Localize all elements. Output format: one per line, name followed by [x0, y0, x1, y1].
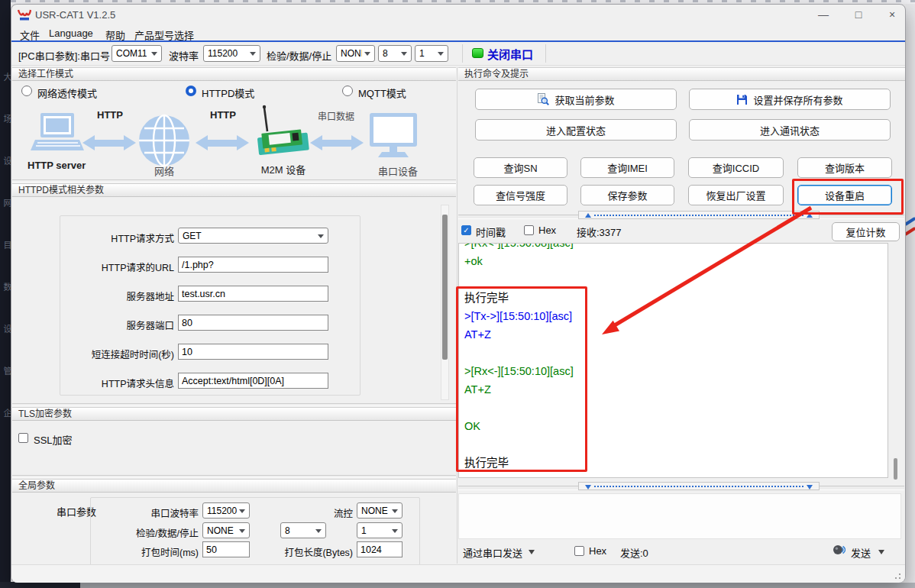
send-hex-checkbox[interactable] — [574, 546, 584, 556]
background-top-dashes — [11, 0, 915, 2]
stopbits-select[interactable]: 1 — [415, 45, 448, 62]
databits-select[interactable]: 8 — [378, 45, 412, 62]
send-button[interactable]: 发送 — [851, 545, 871, 560]
reset-counter-button[interactable]: 复位计数 — [832, 222, 900, 241]
send-input[interactable] — [458, 493, 901, 539]
monitor-icon — [370, 113, 417, 157]
tls-header: TLS加密参数 — [12, 407, 456, 421]
log-line: AT+Z — [464, 380, 888, 399]
chevron-down-icon — [318, 234, 324, 238]
radio-mqtt-mode[interactable] — [342, 86, 353, 96]
recv-counter: 接收:3377 — [577, 225, 622, 239]
enter-config-button[interactable]: 进入配置状态 — [475, 119, 677, 141]
log-line: 执行完毕 — [464, 454, 888, 472]
query-sn-button[interactable]: 查询SN — [474, 157, 567, 178]
set-save-params-button[interactable]: 设置并保存所有参数 — [689, 89, 891, 110]
g-databits-select[interactable]: 8 — [280, 522, 326, 538]
short-conn-timeout-label: 短连接超时时间(秒) — [31, 347, 174, 361]
device-reboot-button[interactable]: 设备重启 — [797, 185, 892, 205]
timestamp-checkbox-label[interactable]: 时间戳 — [476, 225, 506, 239]
pack-time-input[interactable] — [202, 541, 250, 557]
chevron-down-icon[interactable] — [878, 550, 884, 554]
http-method-label: HTTP请求方式 — [31, 231, 174, 245]
get-params-button[interactable]: 获取当前参数 — [475, 89, 677, 110]
menu-language[interactable]: Language — [49, 27, 93, 39]
radio-net-transparent[interactable] — [21, 86, 32, 96]
ssl-checkbox-label[interactable]: SSL加密 — [34, 432, 73, 447]
close-button[interactable]: × — [877, 5, 907, 24]
http-url-input[interactable] — [178, 257, 328, 273]
send-hex-checkbox-label[interactable]: Hex — [589, 545, 606, 557]
baud-label: 波特率 — [169, 48, 199, 63]
recv-hex-checkbox[interactable] — [524, 225, 534, 235]
http-header-input[interactable] — [178, 373, 328, 389]
factory-reset-button[interactable]: 恢复出厂设置 — [688, 185, 784, 205]
pack-time-label: 打包时间(ms) — [92, 544, 199, 559]
divider — [12, 403, 456, 406]
status-bar — [11, 564, 905, 583]
baud-select[interactable]: 115200 — [203, 45, 260, 62]
diagram-node-label: HTTP server — [27, 160, 84, 171]
log-scrollbar-thumb[interactable] — [894, 458, 897, 480]
ssl-checkbox[interactable] — [18, 433, 28, 443]
query-version-button[interactable]: 查询版本 — [797, 157, 892, 178]
parity-label: 检验/数据/停止 — [267, 48, 331, 63]
send-via-serial-dropdown[interactable]: 通过串口发送 — [463, 545, 522, 560]
splitter-handle-top[interactable] — [578, 211, 820, 219]
globe-icon — [139, 115, 189, 166]
query-imei-button[interactable]: 查询IMEI — [580, 157, 674, 178]
radio-mqtt-mode-label[interactable]: MQTT模式 — [358, 86, 406, 100]
g-stopbits-select[interactable]: 1 — [357, 522, 403, 538]
g-baud-select[interactable]: 115200 — [202, 502, 250, 519]
parity-select[interactable]: NONI — [336, 45, 375, 62]
com-port-select[interactable]: COM11 — [112, 45, 162, 62]
diagram-node-label: 串口设备 — [375, 163, 421, 178]
log-output[interactable]: >[Rx<-][15:50:08][asc]+ok执行完毕>[Tx->][15:… — [458, 243, 888, 478]
log-line: +ok — [464, 252, 888, 270]
g-parity-select[interactable]: NONE — [202, 522, 250, 538]
chevron-down-icon — [438, 52, 444, 56]
close-port-button[interactable]: 关闭串口 — [487, 46, 533, 62]
radio-httpd-mode[interactable] — [186, 86, 196, 96]
short-conn-timeout-input[interactable] — [178, 344, 328, 360]
arrow-icon — [82, 135, 136, 150]
pack-len-input[interactable] — [357, 541, 403, 557]
screen: 大场设网目数设管企 USR-CAT1 V1.2.5 — □ × 文件 Langu… — [0, 0, 915, 588]
save-params-button[interactable]: 保存参数 — [580, 185, 674, 205]
collapse-up-icon — [807, 213, 813, 218]
sent-counter: 发送:0 — [620, 545, 648, 560]
chevron-down-icon[interactable] — [529, 550, 535, 554]
httpd-scrollbar-thumb[interactable] — [442, 215, 448, 360]
diagram-node-label: 网络 — [147, 163, 181, 178]
m2m-device-icon — [257, 105, 309, 155]
http-method-select[interactable]: GET — [178, 228, 328, 244]
enter-comm-button[interactable]: 进入通讯状态 — [689, 119, 891, 141]
radio-net-transparent-label[interactable]: 网络透传模式 — [37, 86, 97, 100]
log-line: 执行完毕 — [464, 289, 888, 307]
query-iccid-button[interactable]: 查询ICCID — [688, 157, 784, 178]
httpd-scrollbar[interactable] — [441, 205, 449, 400]
laptop-icon — [31, 113, 84, 150]
diagram-link-label: 串口数据 — [312, 109, 361, 122]
chevron-down-icon — [250, 52, 256, 56]
recv-hex-checkbox-label[interactable]: Hex — [538, 225, 556, 236]
minimize-button[interactable]: — — [808, 5, 839, 24]
command-panel-header: 执行命令及提示 — [458, 67, 905, 81]
timestamp-checkbox[interactable]: ✓ — [461, 225, 471, 235]
background-left-strip: 大场设网目数设管企 — [0, 0, 11, 588]
server-port-input[interactable] — [178, 315, 328, 331]
log-line: OK — [464, 417, 888, 435]
query-signal-button[interactable]: 查信号强度 — [474, 185, 567, 205]
work-mode-header: 选择工作模式 — [12, 67, 456, 81]
collapse-down-icon — [807, 485, 813, 489]
maximize-button[interactable]: □ — [843, 5, 874, 24]
background-right-strip — [906, 4, 915, 583]
server-addr-input[interactable] — [178, 286, 328, 302]
log-line: >[Rx<-][15:50:08][asc] — [464, 243, 888, 252]
resize-grip[interactable] — [899, 577, 900, 579]
radio-httpd-mode-label[interactable]: HTTPD模式 — [202, 86, 254, 100]
g-flow-select[interactable]: NONE — [357, 502, 403, 519]
splitter-handle-bottom[interactable] — [578, 482, 820, 490]
server-port-label: 服务器端口 — [31, 318, 174, 332]
panel-divider[interactable] — [457, 67, 457, 564]
